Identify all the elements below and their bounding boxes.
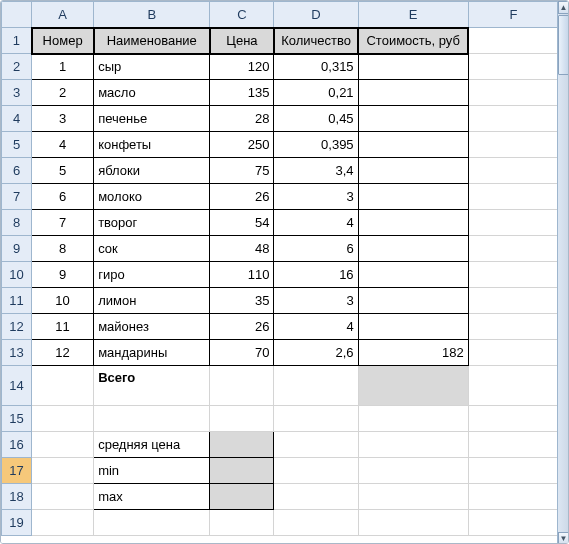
cell-name[interactable]: масло (94, 80, 210, 106)
col-header-B[interactable]: B (94, 2, 210, 28)
cell-name[interactable]: творог (94, 210, 210, 236)
cell-number[interactable]: 8 (32, 236, 94, 262)
cell[interactable] (468, 458, 558, 484)
cell[interactable] (468, 340, 558, 366)
cell[interactable] (210, 366, 274, 406)
cell-qty[interactable]: 0,21 (274, 80, 358, 106)
total-label[interactable]: Всего (94, 366, 210, 406)
cell-qty[interactable]: 0,395 (274, 132, 358, 158)
header-number[interactable]: Номер (32, 28, 94, 54)
cell[interactable] (274, 406, 358, 432)
row-header[interactable]: 1 (2, 28, 32, 54)
cell[interactable] (468, 314, 558, 340)
cell-qty[interactable]: 16 (274, 262, 358, 288)
cell-number[interactable]: 11 (32, 314, 94, 340)
cell-cost[interactable] (358, 262, 468, 288)
cell-cost[interactable] (358, 184, 468, 210)
cell-name[interactable]: лимон (94, 288, 210, 314)
cell-cost[interactable] (358, 288, 468, 314)
header-qty[interactable]: Количество (274, 28, 358, 54)
cell[interactable] (210, 510, 274, 536)
cell[interactable] (274, 432, 358, 458)
cell-price[interactable]: 35 (210, 288, 274, 314)
cell-name[interactable]: майонез (94, 314, 210, 340)
cell[interactable] (468, 288, 558, 314)
cell-qty[interactable]: 6 (274, 236, 358, 262)
cell-qty[interactable]: 3 (274, 184, 358, 210)
worksheet[interactable]: A B C D E F 1 Номер Наименование Цена Ко… (1, 1, 559, 536)
cell[interactable] (274, 366, 358, 406)
cell[interactable] (32, 406, 94, 432)
cell-qty[interactable]: 3 (274, 288, 358, 314)
cell[interactable] (468, 184, 558, 210)
cell[interactable] (32, 366, 94, 406)
cell-qty[interactable]: 4 (274, 210, 358, 236)
col-header-E[interactable]: E (358, 2, 468, 28)
cell-price[interactable]: 28 (210, 106, 274, 132)
cell-number[interactable]: 4 (32, 132, 94, 158)
row-header[interactable]: 17 (2, 458, 32, 484)
cell-cost[interactable] (358, 132, 468, 158)
cell-name[interactable]: мандарины (94, 340, 210, 366)
row-header[interactable]: 11 (2, 288, 32, 314)
stat-avg-value[interactable] (210, 432, 274, 458)
cell-name[interactable]: гиро (94, 262, 210, 288)
cell[interactable] (468, 366, 558, 406)
row-header[interactable]: 10 (2, 262, 32, 288)
cell[interactable] (468, 158, 558, 184)
cell[interactable] (358, 458, 468, 484)
cell[interactable] (468, 262, 558, 288)
cell-price[interactable]: 54 (210, 210, 274, 236)
cell-price[interactable]: 26 (210, 314, 274, 340)
cell[interactable] (210, 406, 274, 432)
cell[interactable] (274, 458, 358, 484)
cell-number[interactable]: 6 (32, 184, 94, 210)
cell[interactable] (468, 406, 558, 432)
cell[interactable] (94, 406, 210, 432)
cell[interactable] (468, 236, 558, 262)
cell-cost[interactable] (358, 236, 468, 262)
row-header[interactable]: 9 (2, 236, 32, 262)
row-header[interactable]: 16 (2, 432, 32, 458)
cell-number[interactable]: 5 (32, 158, 94, 184)
cell[interactable] (468, 432, 558, 458)
cell[interactable] (32, 432, 94, 458)
cell[interactable] (358, 432, 468, 458)
cell[interactable] (358, 510, 468, 536)
row-header[interactable]: 4 (2, 106, 32, 132)
stat-max-label[interactable]: max (94, 484, 210, 510)
cell-cost[interactable] (358, 314, 468, 340)
cell[interactable] (274, 510, 358, 536)
cell-cost[interactable] (358, 210, 468, 236)
cell-price[interactable]: 48 (210, 236, 274, 262)
cell[interactable] (468, 484, 558, 510)
cell[interactable] (358, 406, 468, 432)
row-header[interactable]: 8 (2, 210, 32, 236)
cell-number[interactable]: 9 (32, 262, 94, 288)
cell-number[interactable]: 10 (32, 288, 94, 314)
row-header[interactable]: 12 (2, 314, 32, 340)
cell-cost[interactable] (358, 80, 468, 106)
row-header[interactable]: 18 (2, 484, 32, 510)
cell-qty[interactable]: 2,6 (274, 340, 358, 366)
cell-price[interactable]: 26 (210, 184, 274, 210)
col-header-D[interactable]: D (274, 2, 358, 28)
cell[interactable] (32, 484, 94, 510)
stat-avg-label[interactable]: средняя цена (94, 432, 210, 458)
cell-number[interactable]: 3 (32, 106, 94, 132)
cell-name[interactable]: сыр (94, 54, 210, 80)
header-name[interactable]: Наименование (94, 28, 210, 54)
row-header[interactable]: 14 (2, 366, 32, 406)
select-all-corner[interactable] (2, 2, 32, 28)
cell[interactable] (358, 484, 468, 510)
cell-price[interactable]: 135 (210, 80, 274, 106)
cell-price[interactable]: 250 (210, 132, 274, 158)
header-price[interactable]: Цена (210, 28, 274, 54)
cell-qty[interactable]: 4 (274, 314, 358, 340)
header-cost[interactable]: Стоимость, руб (358, 28, 468, 54)
cell-number[interactable]: 1 (32, 54, 94, 80)
row-header[interactable]: 2 (2, 54, 32, 80)
row-header[interactable]: 7 (2, 184, 32, 210)
scroll-up-icon[interactable]: ▲ (558, 1, 569, 14)
cell[interactable] (32, 458, 94, 484)
